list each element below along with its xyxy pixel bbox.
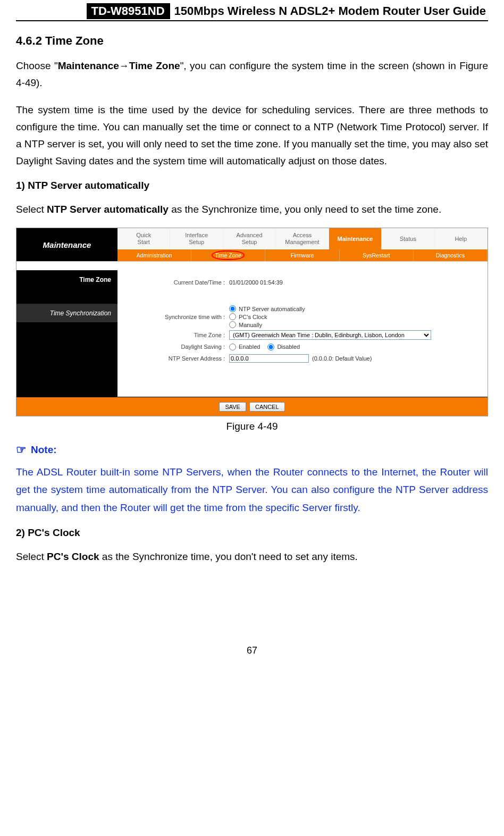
section-heading: 4.6.2 Time Zone bbox=[16, 34, 488, 48]
list-item-2-heading: 2) PC's Clock bbox=[16, 527, 488, 539]
breadcrumb-bold-1: Maintenance bbox=[58, 60, 119, 71]
cancel-button[interactable]: CANCEL bbox=[249, 402, 285, 412]
row-daylight-saving: Daylight Saving : Enabled Disabled bbox=[117, 341, 488, 353]
radio-label: Disabled bbox=[277, 344, 300, 350]
spacer bbox=[16, 289, 117, 304]
select-time-zone[interactable]: (GMT) Greenwich Mean Time : Dublin, Edin… bbox=[229, 330, 431, 340]
note-label: Note: bbox=[31, 444, 57, 456]
breadcrumb-bold-2: Time Zone bbox=[129, 60, 180, 71]
page-number: 67 bbox=[16, 645, 488, 656]
radio-input[interactable] bbox=[229, 344, 236, 350]
subtab-label: Time Zone bbox=[215, 252, 241, 258]
label-current-datetime: Current Date/Time : bbox=[117, 279, 229, 286]
radio-label: NTP Server automatically bbox=[239, 306, 305, 312]
tab-status[interactable]: Status bbox=[382, 228, 434, 249]
subtab-diagnostics[interactable]: Diagnostics bbox=[414, 249, 488, 261]
radio-ntp-auto[interactable]: NTP Server automatically bbox=[229, 305, 305, 312]
label-sync-with: Synchronize time with : bbox=[117, 314, 229, 320]
row-sync-with: Synchronize time with : NTP Server autom… bbox=[117, 304, 488, 329]
value-daylight-saving: Enabled Disabled bbox=[229, 344, 488, 350]
text: Select bbox=[16, 204, 47, 215]
radio-label: Enabled bbox=[239, 344, 260, 350]
row-time-zone: Time Zone : (GMT) Greenwich Mean Time : … bbox=[117, 329, 488, 341]
arrow: → bbox=[119, 60, 129, 71]
radio-pc-clock[interactable]: PC's Clock bbox=[229, 313, 267, 320]
radio-input[interactable] bbox=[229, 305, 236, 312]
bold-pc-clock: PC's Clock bbox=[47, 551, 99, 562]
label-daylight-saving: Daylight Saving : bbox=[117, 344, 229, 350]
tab-maintenance[interactable]: Maintenance bbox=[329, 228, 382, 249]
spacer bbox=[16, 322, 117, 397]
tab-advanced-setup[interactable]: AdvancedSetup bbox=[223, 228, 276, 249]
row-ntp-address: NTP Server Address : (0.0.0.0: Default V… bbox=[117, 353, 488, 364]
form-area: Current Date/Time : 01/01/2000 01:54:39 … bbox=[117, 270, 488, 397]
spacer bbox=[16, 262, 488, 270]
note-body: The ADSL Router built-in some NTP Server… bbox=[16, 463, 488, 516]
radio-label: Manually bbox=[239, 322, 262, 328]
list-item-1-body: Select NTP Server automatically as the S… bbox=[16, 201, 488, 218]
tab-quick-start[interactable]: QuickStart bbox=[117, 228, 170, 249]
side-label-time-sync: Time Synchronization bbox=[16, 304, 117, 322]
hint-ntp-default: (0.0.0.0: Default Value) bbox=[312, 355, 372, 362]
router-admin-screenshot: Maintenance QuickStart InterfaceSetup Ad… bbox=[16, 228, 488, 416]
main-tabs-container: QuickStart InterfaceSetup AdvancedSetup … bbox=[117, 228, 488, 261]
subtab-label: Administration bbox=[137, 252, 172, 258]
radio-label: PC's Clock bbox=[239, 314, 267, 320]
action-bar: SAVE CANCEL bbox=[16, 397, 488, 416]
primary-tabs: QuickStart InterfaceSetup AdvancedSetup … bbox=[117, 228, 488, 249]
tab-interface-setup[interactable]: InterfaceSetup bbox=[170, 228, 223, 249]
document-header: TD-W8951ND 150Mbps Wireless N ADSL2+ Mod… bbox=[16, 0, 488, 21]
label-time-zone: Time Zone : bbox=[117, 332, 229, 338]
secondary-tabs: Administration Time Zone Firmware SysRes… bbox=[117, 249, 488, 261]
radio-input[interactable] bbox=[267, 344, 274, 350]
tab-access-management[interactable]: AccessManagement bbox=[276, 228, 329, 249]
row-current-datetime: Current Date/Time : 01/01/2000 01:54:39 bbox=[117, 277, 488, 288]
text: Select bbox=[16, 551, 47, 562]
label-ntp-address: NTP Server Address : bbox=[117, 355, 229, 362]
radio-ds-enabled[interactable]: Enabled bbox=[229, 344, 260, 350]
intro-paragraph-1: Choose "Maintenance→Time Zone", you can … bbox=[16, 57, 488, 92]
subtab-label: SysRestart bbox=[363, 252, 390, 258]
tabs-row: Maintenance QuickStart InterfaceSetup Ad… bbox=[16, 228, 488, 262]
text: Time Zone bbox=[215, 252, 241, 258]
intro-paragraph-2: The system time is the time used by the … bbox=[16, 102, 488, 170]
radio-input[interactable] bbox=[229, 321, 236, 328]
value-ntp-address: (0.0.0.0: Default Value) bbox=[229, 354, 488, 363]
radio-manually[interactable]: Manually bbox=[229, 321, 262, 328]
bold-ntp: NTP Server automatically bbox=[47, 204, 169, 215]
list-item-1-heading: 1) NTP Server automatically bbox=[16, 180, 488, 191]
form-body: Time Zone Time Synchronization Current D… bbox=[16, 270, 488, 397]
guide-title: 150Mbps Wireless N ADSL2+ Modem Router U… bbox=[174, 4, 488, 18]
subtab-label: Diagnostics bbox=[436, 252, 465, 258]
pointing-hand-icon: ☞ bbox=[16, 444, 27, 456]
subtab-label: Firmware bbox=[291, 252, 314, 258]
value-current-datetime: 01/01/2000 01:54:39 bbox=[229, 279, 488, 286]
save-button[interactable]: SAVE bbox=[219, 402, 246, 412]
value-sync-with: NTP Server automatically PC's Clock Manu… bbox=[229, 305, 488, 328]
text: as the Synchronize time, you only need t… bbox=[169, 204, 441, 215]
list-item-2-body: Select PC's Clock as the Synchronize tim… bbox=[16, 548, 488, 565]
side-label-column: Time Zone Time Synchronization bbox=[16, 270, 117, 397]
subtab-time-zone[interactable]: Time Zone bbox=[191, 249, 265, 261]
subtab-firmware[interactable]: Firmware bbox=[265, 249, 339, 261]
subtab-administration[interactable]: Administration bbox=[117, 249, 191, 261]
text: as the Synchronize time, you don't need … bbox=[99, 551, 358, 562]
text: Choose " bbox=[16, 60, 58, 71]
side-label-time-zone: Time Zone bbox=[16, 270, 117, 289]
spacer bbox=[117, 364, 488, 374]
model-badge: TD-W8951ND bbox=[87, 3, 170, 19]
tab-help[interactable]: Help bbox=[435, 228, 488, 249]
radio-ds-disabled[interactable]: Disabled bbox=[267, 344, 300, 350]
spacer bbox=[117, 288, 488, 304]
value-time-zone: (GMT) Greenwich Mean Time : Dublin, Edin… bbox=[229, 330, 488, 340]
figure-caption: Figure 4-49 bbox=[16, 421, 488, 432]
input-ntp-address[interactable] bbox=[229, 354, 309, 363]
subtab-sysrestart[interactable]: SysRestart bbox=[340, 249, 414, 261]
note-heading: ☞ Note: bbox=[16, 444, 488, 456]
section-title-left: Maintenance bbox=[16, 228, 117, 261]
radio-input[interactable] bbox=[229, 313, 236, 320]
